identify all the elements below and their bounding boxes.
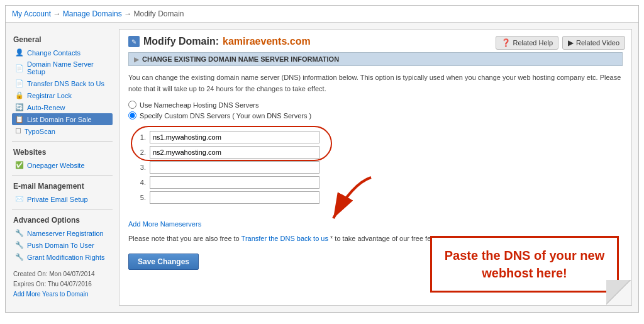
list-icon: 📋 [15, 115, 24, 123]
section-arrow-icon: ▶ [134, 56, 139, 63]
sidebar-item-registrar-lock[interactable]: 🔒 Registrar Lock [12, 89, 113, 101]
sidebar-item-nameserver-registration[interactable]: 🔧 Nameserver Registration [12, 227, 113, 239]
breadcrumb-my-account[interactable]: My Account [12, 9, 51, 18]
description-text: You can change the existing domain name … [128, 72, 623, 94]
sidebar-item-grant-modification-rights[interactable]: 🔧 Grant Modification Rights [12, 251, 113, 263]
sidebar-item-domain-name-server-setup[interactable]: 📄 Domain Name Server Setup [12, 59, 113, 77]
doc-icon: 📄 [15, 64, 24, 72]
section-header: ▶ CHANGE EXISTING DOMAIN NAME SERVER INF… [128, 52, 623, 66]
annotation-text: Paste the DNS of your new webhost here! [445, 249, 605, 280]
checkbox-icon: ☐ [15, 127, 21, 135]
doc-icon-2: 📄 [15, 79, 24, 87]
sidebar-item-onepager-website[interactable]: ✅ Onepager Website [12, 159, 113, 171]
page-title: Modify Domain: [143, 36, 219, 47]
refresh-icon: 🔄 [15, 103, 24, 111]
help-icon: ❓ [501, 38, 511, 47]
sidebar: General 👤 Change Contacts 📄 Domain Name … [12, 29, 113, 306]
breadcrumb-manage-domains[interactable]: Manage Domains [63, 9, 122, 18]
add-more-years-link[interactable]: Add More Years to Domain [13, 291, 89, 298]
sidebar-item-transfer-dns-back[interactable]: 📄 Transfer DNS Back to Us [12, 77, 113, 89]
save-changes-button[interactable]: Save Changes [128, 254, 199, 270]
radio-custom-input[interactable] [128, 111, 136, 120]
sidebar-meta: Created On: Mon 04/07/2014 Expires On: T… [12, 269, 113, 299]
sidebar-general-title: General [12, 35, 113, 44]
sidebar-item-list-domain-for-sale[interactable]: 📋 List Domain For Sale [12, 113, 113, 125]
related-help-button[interactable]: ❓ Related Help [496, 36, 559, 50]
wrench-icon: 🔧 [15, 229, 24, 237]
dns-input-1[interactable] [150, 131, 319, 143]
lock-icon: 🔒 [15, 91, 24, 99]
dns-input-2[interactable] [150, 146, 319, 159]
person-icon: 👤 [15, 48, 24, 57]
sidebar-email-title: E-mail Management [12, 182, 113, 191]
video-icon: ▶ [568, 38, 574, 47]
annotation-box: Paste the DNS of your new webhost here! [430, 236, 619, 293]
wrench-icon-3: 🔧 [15, 253, 24, 261]
sidebar-item-change-contacts[interactable]: 👤 Change Contacts [12, 47, 113, 59]
radio-namecheap-input[interactable] [128, 101, 136, 109]
dns-input-3[interactable] [150, 161, 319, 174]
email-icon: ✉️ [15, 195, 24, 203]
breadcrumb: My Account → Manage Domains → Modify Dom… [6, 6, 638, 23]
help-buttons: ❓ Related Help ▶ Related Video [496, 36, 626, 50]
domain-name: kamiraevents.com [223, 36, 311, 47]
created-on: Created On: Mon 04/07/2014 [13, 269, 113, 279]
sidebar-item-push-domain-to-user[interactable]: 🔧 Push Domain To User [12, 239, 113, 251]
expires-on: Expires On: Thu 04/07/2016 [13, 279, 113, 289]
sidebar-item-private-email-setup[interactable]: ✉️ Private Email Setup [12, 193, 113, 205]
checkmark-icon: ✅ [15, 161, 24, 169]
sidebar-websites-title: Websites [12, 148, 113, 157]
page-title-icon: ✎ [128, 36, 140, 47]
add-nameservers-link[interactable]: Add More Nameservers [128, 220, 201, 228]
dns-input-4[interactable] [150, 176, 319, 189]
wrench-icon-2: 🔧 [15, 241, 24, 249]
breadcrumb-current: Modify Domain [133, 9, 184, 18]
related-video-button[interactable]: ▶ Related Video [562, 36, 625, 50]
dns-row-1: 1. [135, 131, 616, 143]
sidebar-item-typoscan[interactable]: ☐ TypoScan [12, 125, 113, 137]
radio-specify-custom[interactable]: Specify Custom DNS Servers ( Your own DN… [128, 111, 623, 120]
sidebar-advanced-title: Advanced Options [12, 216, 113, 225]
content-panel: ❓ Related Help ▶ Related Video ✎ Modify … [119, 29, 632, 306]
dns-input-5[interactable] [150, 191, 319, 204]
red-arrow [314, 171, 390, 236]
page-curl [606, 280, 631, 305]
dns-row-2: 2. [135, 146, 616, 159]
sidebar-item-auto-renew[interactable]: 🔄 Auto-Renew [12, 101, 113, 113]
radio-use-namecheap[interactable]: Use Namecheap Hosting DNS Servers [128, 101, 623, 109]
